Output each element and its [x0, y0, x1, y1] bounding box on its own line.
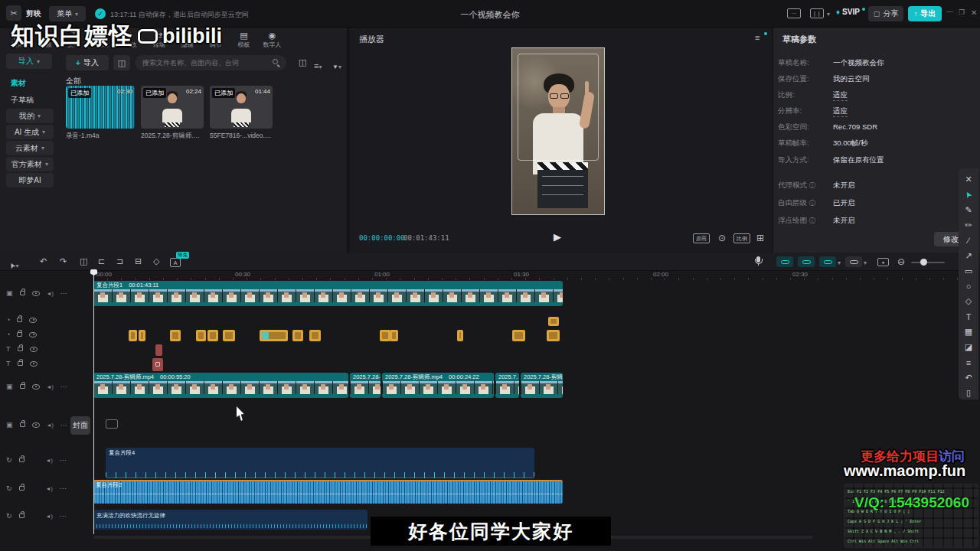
clip-video[interactable]: 2025.7.28-剪: [350, 373, 381, 398]
sticker-clip[interactable]: [457, 330, 463, 341]
speaker-icon[interactable]: ◄): [46, 458, 53, 463]
share-button[interactable]: ▢ 分享: [868, 6, 903, 21]
sidebar-item-official-material[interactable]: 官方素材▾: [6, 157, 54, 171]
line-tool-icon[interactable]: ∕: [962, 234, 975, 247]
info-icon[interactable]: ⓘ: [809, 182, 815, 189]
player-menu-icon[interactable]: ≡: [755, 34, 760, 42]
sort-button[interactable]: ≡▾: [314, 58, 322, 72]
eye-icon[interactable]: [32, 384, 40, 390]
more-icon[interactable]: ···: [60, 421, 67, 429]
eye-icon[interactable]: [29, 332, 37, 337]
eraser-tool-icon[interactable]: ◪: [962, 341, 975, 354]
collapse-grid-button[interactable]: ◫: [113, 55, 130, 70]
sticker-clip[interactable]: [129, 330, 137, 341]
trim-right-button[interactable]: ⊐: [116, 257, 123, 266]
media-item-video-thumb[interactable]: 已添加 02:24: [141, 86, 204, 129]
export-button[interactable]: ↑ 导出: [908, 6, 942, 21]
cover-button[interactable]: 封面: [70, 416, 90, 435]
more-icon[interactable]: ···: [60, 512, 67, 520]
sticker-clip[interactable]: [207, 330, 218, 341]
clip-video[interactable]: 2025.7.28-剪辑师.mp400:00:24:22: [382, 373, 494, 398]
lock-icon[interactable]: [20, 384, 25, 389]
clip-video[interactable]: 2025.7.: [495, 373, 519, 398]
zoom-out-button[interactable]: ⊖: [897, 257, 905, 266]
lock-icon[interactable]: [20, 291, 25, 295]
eye-icon[interactable]: [32, 291, 40, 296]
lock-icon[interactable]: [18, 347, 23, 351]
link-toggle[interactable]: [819, 256, 836, 267]
cover-thumb-icon[interactable]: [106, 419, 118, 429]
sticker-clip[interactable]: [196, 330, 206, 341]
sidebar-item-cloud-material[interactable]: 云素材▾: [6, 141, 54, 155]
more-icon[interactable]: ···: [60, 456, 67, 464]
playhead-line[interactable]: [93, 269, 94, 534]
window-minimize-button[interactable]: —: [946, 8, 953, 15]
draft-row-value-dropdown[interactable]: 适应: [833, 106, 848, 117]
lock-icon[interactable]: [17, 318, 22, 322]
layout-switch-icon[interactable]: ❘❘: [810, 8, 824, 18]
window-close-button[interactable]: ✕: [971, 8, 977, 17]
grid-view-toggle[interactable]: ◫: [299, 58, 306, 67]
close-icon[interactable]: ✕: [962, 173, 975, 186]
pencil-tool-icon[interactable]: ✎: [962, 204, 975, 217]
lock-icon[interactable]: [17, 332, 22, 337]
fullscreen-button[interactable]: ⊞: [756, 233, 764, 243]
sticker-clip[interactable]: [170, 330, 181, 341]
quality-button[interactable]: 原画: [693, 233, 710, 243]
eye-icon[interactable]: [32, 422, 40, 428]
trash-tool-icon[interactable]: ▯: [962, 386, 975, 399]
diamond-tool-icon[interactable]: ◇: [962, 295, 975, 308]
clip-video[interactable]: 2025.7.28-剪辑师.mp400:00:55:20: [93, 373, 348, 398]
import-media-button[interactable]: + 导入: [66, 55, 109, 70]
sidebar-item-import[interactable]: 导入▾: [6, 54, 52, 69]
auto-caption-button[interactable]: A: [170, 258, 181, 267]
tab-template[interactable]: ▤模板: [230, 29, 258, 51]
sticker-clip[interactable]: [548, 317, 559, 326]
info-icon[interactable]: ⓘ: [809, 200, 815, 207]
sticker-clip[interactable]: [260, 330, 288, 341]
effect-clip[interactable]: [155, 344, 162, 356]
speaker-icon[interactable]: ◄): [47, 422, 54, 428]
sidebar-item-mine[interactable]: 我的▾: [6, 109, 54, 123]
tab-digital-human[interactable]: ◉数字人: [258, 29, 286, 51]
filter-button[interactable]: ▼▾: [332, 58, 341, 72]
filter-all-label[interactable]: 全部: [66, 76, 81, 86]
cursor-tool-icon[interactable]: ➤: [959, 185, 978, 204]
speaker-icon[interactable]: ◄): [47, 291, 54, 296]
split-button[interactable]: ◫: [80, 257, 87, 266]
sidebar-item-jimeng-ai[interactable]: 即梦AI: [6, 173, 54, 187]
speaker-icon[interactable]: ◄): [46, 486, 53, 491]
play-button[interactable]: ▶: [554, 231, 561, 243]
chevron-down-icon[interactable]: ▾: [864, 259, 867, 266]
window-maximize-button[interactable]: ❐: [959, 8, 965, 16]
sticker-clip[interactable]: [512, 330, 525, 341]
clip-video[interactable]: 2025.7.28-剪辑师.m: [521, 373, 563, 398]
chevron-down-icon[interactable]: ▾: [838, 259, 841, 266]
preview-axis-toggle[interactable]: [776, 256, 793, 267]
eye-icon[interactable]: [30, 361, 38, 367]
marker-tool-icon[interactable]: ✏: [962, 219, 975, 232]
speaker-icon[interactable]: ◄): [47, 384, 54, 390]
undo-tool-icon[interactable]: ↶: [962, 371, 975, 384]
ellipse-tool-icon[interactable]: ○: [962, 280, 975, 293]
timeline-zoom-slider[interactable]: [911, 262, 945, 263]
speaker-icon[interactable]: ◄): [46, 514, 53, 519]
sticker-clip[interactable]: [547, 330, 560, 341]
lock-icon[interactable]: [19, 458, 24, 462]
more-icon[interactable]: ···: [60, 383, 67, 390]
lock-icon[interactable]: [19, 486, 24, 491]
lock-icon[interactable]: [19, 514, 24, 518]
image-tool-icon[interactable]: ▦: [962, 325, 975, 338]
clip-compound-4[interactable]: 复合片段4: [106, 448, 534, 478]
zoom-slider-knob[interactable]: [920, 259, 927, 266]
snap-toggle[interactable]: [798, 256, 815, 267]
sticker-clip[interactable]: [223, 330, 235, 341]
sticker-clip[interactable]: [139, 330, 145, 341]
sticker-clip[interactable]: [309, 330, 321, 341]
media-item-audio-thumb[interactable]: 已添加 02:30: [66, 86, 135, 129]
undo-button[interactable]: ↶: [40, 257, 47, 266]
clip-music[interactable]: 充满活力的欢快流行无旋律: [93, 510, 368, 530]
sidebar-item-material[interactable]: 素材: [11, 78, 26, 89]
delete-button[interactable]: ⊟: [135, 257, 142, 266]
clip-compound-2[interactable]: 复合片段2: [93, 480, 563, 504]
